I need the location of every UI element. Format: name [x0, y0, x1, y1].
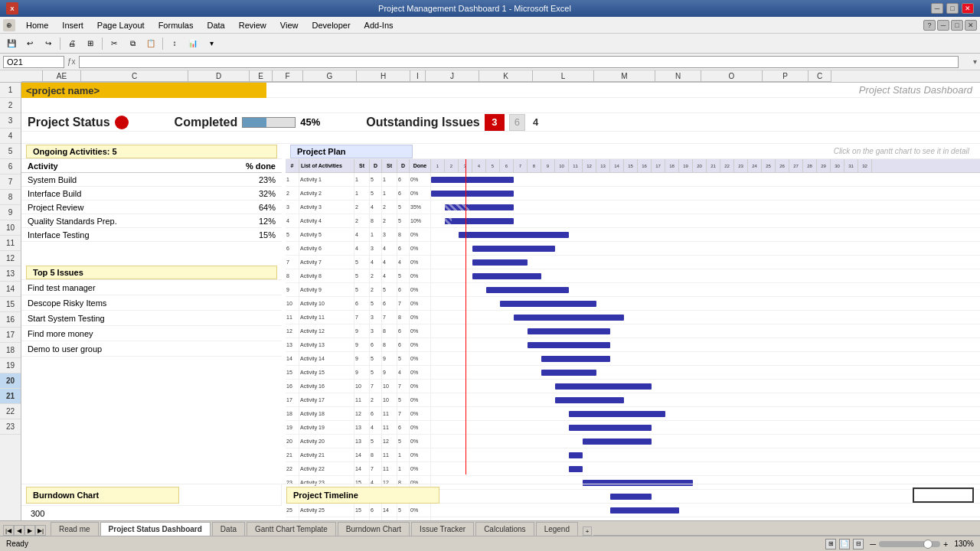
col-header-f[interactable]: F: [273, 70, 303, 82]
row-8[interactable]: 8: [0, 190, 21, 205]
activity-row: Interface Build32%: [21, 187, 282, 201]
project-plan-header: Project Plan: [290, 145, 413, 158]
page-break-view-button[interactable]: ⊟: [853, 539, 864, 549]
timeline-header: Project Timeline: [286, 487, 439, 504]
row-13[interactable]: 13: [0, 266, 21, 282]
col-header-e[interactable]: E: [250, 70, 273, 82]
gantt-row: 25Activity 251561450%: [286, 504, 980, 517]
gantt-row: 6Activity 643460%: [286, 242, 980, 256]
row-10[interactable]: 10: [0, 220, 21, 236]
menu-insert[interactable]: Insert: [56, 19, 90, 31]
menu-view[interactable]: View: [274, 19, 305, 31]
col-header-c[interactable]: C: [81, 70, 188, 82]
tab-read-me[interactable]: Read me: [51, 522, 99, 536]
paste-button[interactable]: 📋: [142, 36, 159, 51]
restore-button[interactable]: □: [946, 3, 959, 14]
row-9[interactable]: 9: [0, 205, 21, 220]
row-12[interactable]: 12: [0, 251, 21, 266]
row-17[interactable]: 17: [0, 328, 21, 343]
row-2[interactable]: 2: [0, 98, 21, 113]
row-7[interactable]: 7: [0, 174, 21, 190]
cell-reference-input[interactable]: [3, 56, 64, 68]
col-header-k[interactable]: K: [479, 70, 533, 82]
undo-button[interactable]: ↩: [21, 36, 38, 51]
row-1[interactable]: 1: [0, 83, 21, 98]
menu-page-layout[interactable]: Page Layout: [91, 19, 151, 31]
col-header-m[interactable]: M: [594, 70, 655, 82]
row-18[interactable]: 18: [0, 343, 21, 358]
zoom-out-button[interactable]: ─: [870, 540, 876, 549]
formula-input[interactable]: [79, 56, 959, 68]
ribbon-help-button[interactable]: ?: [923, 20, 936, 31]
row-4[interactable]: 4: [0, 129, 21, 144]
save-button[interactable]: 💾: [3, 36, 20, 51]
main-content: <project name> Project Status Dashboard …: [21, 83, 980, 520]
zoom-slider[interactable]: [879, 541, 940, 547]
col-header-l[interactable]: L: [533, 70, 594, 82]
gantt-row: 1Activity 115160%: [286, 173, 980, 187]
sort-asc-button[interactable]: ↕: [166, 36, 183, 51]
minimize-button[interactable]: ─: [931, 3, 943, 14]
menu-home[interactable]: Home: [20, 19, 54, 31]
project-name-cell[interactable]: <project name>: [21, 83, 266, 98]
menu-add-ins[interactable]: Add-Ins: [358, 19, 400, 31]
pct-done-col-header: % done: [246, 161, 276, 171]
ribbon-minimize-button[interactable]: ─: [937, 20, 949, 31]
row-14[interactable]: 14: [0, 282, 21, 297]
print-preview-button[interactable]: 🖨: [64, 36, 80, 51]
borders-button[interactable]: ⊞: [82, 36, 99, 51]
ribbon-close-button[interactable]: ✕: [965, 20, 977, 31]
tab-issue-tracker[interactable]: Issue Tracker: [411, 522, 474, 536]
col-header-g[interactable]: G: [303, 70, 357, 82]
gantt-row: 7Activity 754440%: [286, 256, 980, 269]
row-19[interactable]: 19: [0, 358, 21, 373]
col-header-i[interactable]: I: [410, 70, 426, 82]
zoom-level[interactable]: 130%: [954, 540, 974, 548]
row-15[interactable]: 15: [0, 297, 21, 312]
col-header-o[interactable]: O: [701, 70, 763, 82]
cut-button[interactable]: ✂: [106, 36, 122, 51]
col-header-ae[interactable]: AE: [43, 70, 81, 82]
menu-formulas[interactable]: Formulas: [152, 19, 200, 31]
page-layout-view-button[interactable]: 📄: [839, 539, 850, 549]
new-sheet-button[interactable]: +: [583, 527, 592, 536]
more-button[interactable]: ▾: [203, 36, 220, 51]
sheet-nav-next[interactable]: ▶: [24, 525, 35, 536]
col-header-c2[interactable]: C: [808, 70, 831, 82]
row-5[interactable]: 5: [0, 144, 21, 159]
col-header-p[interactable]: P: [763, 70, 808, 82]
copy-button[interactable]: ⧉: [124, 36, 141, 51]
tab-data[interactable]: Data: [212, 522, 245, 536]
redo-button[interactable]: ↪: [40, 36, 57, 51]
col-header-j[interactable]: J: [426, 70, 479, 82]
normal-view-button[interactable]: ⊞: [825, 539, 836, 549]
sheet-nav-first[interactable]: |◀: [3, 525, 14, 536]
row-11[interactable]: 11: [0, 236, 21, 251]
menu-review[interactable]: Review: [233, 19, 273, 31]
tab-calculations[interactable]: Calculations: [475, 522, 534, 536]
row-3[interactable]: 3: [0, 113, 21, 129]
menu-developer[interactable]: Developer: [305, 19, 356, 31]
close-button[interactable]: ✕: [962, 3, 974, 14]
row-20[interactable]: 20: [0, 373, 21, 389]
row-23[interactable]: 23: [0, 419, 21, 435]
col-header-d[interactable]: D: [188, 70, 250, 82]
zoom-in-button[interactable]: +: [943, 540, 948, 549]
row-6[interactable]: 6: [0, 159, 21, 174]
col-header-h[interactable]: H: [357, 70, 410, 82]
row-16[interactable]: 16: [0, 312, 21, 328]
chart-button[interactable]: 📊: [185, 36, 201, 51]
row-22[interactable]: 22: [0, 404, 21, 419]
tab-burndown-chart[interactable]: Burndown Chart: [338, 522, 410, 536]
tab-legend[interactable]: Legend: [536, 522, 578, 536]
expand-formula-icon[interactable]: ▾: [962, 57, 977, 66]
tab-project-status-dashboard[interactable]: Project Status Dashboard: [100, 522, 211, 536]
menu-data[interactable]: Data: [201, 19, 230, 31]
sheet-nav-last[interactable]: ▶|: [35, 525, 46, 536]
sheet-nav-prev[interactable]: ◀: [14, 525, 24, 536]
ribbon-restore-button[interactable]: □: [951, 20, 963, 31]
row-21[interactable]: 21: [0, 389, 21, 404]
col-header-n[interactable]: N: [655, 70, 701, 82]
tab-gantt-chart-template[interactable]: Gantt Chart Template: [247, 522, 336, 536]
gantt-row: 10Activity 1065670%: [286, 297, 980, 311]
